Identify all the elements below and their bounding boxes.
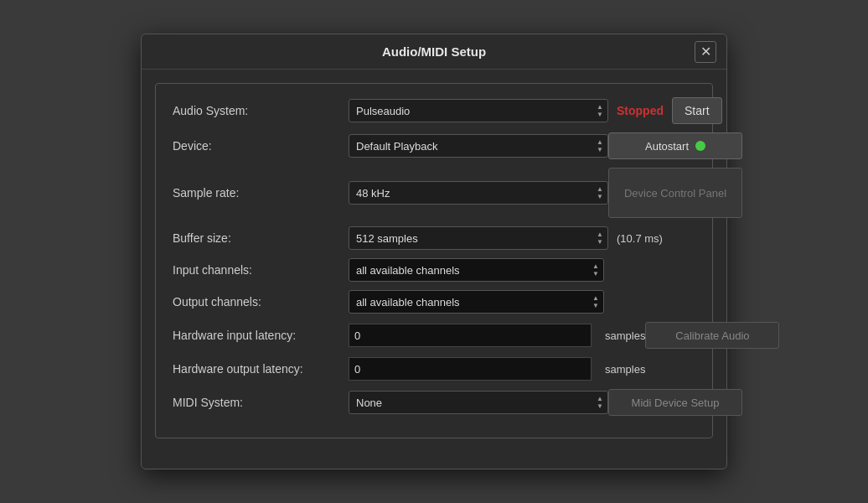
input-channels-select-wrapper: all available channels ▲▼	[349, 258, 604, 282]
device-label: Device:	[173, 139, 349, 153]
sample-rate-select[interactable]: 44.1 kHz 48 kHz 88.2 kHz 96 kHz	[349, 181, 608, 205]
hw-output-latency-field[interactable]	[349, 357, 592, 381]
input-channels-select[interactable]: all available channels	[349, 258, 604, 282]
sample-rate-label: Sample rate:	[173, 186, 349, 200]
hw-output-latency-row: Hardware output latency: samples	[173, 357, 695, 381]
audio-system-label: Audio System:	[173, 104, 349, 117]
device-select[interactable]: Default Playback Default Capture	[349, 134, 608, 158]
output-channels-select[interactable]: all available channels	[349, 290, 604, 314]
audio-system-row: Audio System: Pulseaudio ALSA JACK ▲▼ St…	[173, 97, 695, 124]
title-bar: Audio/MIDI Setup ✕	[142, 34, 726, 70]
start-button[interactable]: Start	[672, 97, 722, 124]
midi-system-select-wrapper: None ALSA JACK ▲▼	[349, 391, 608, 414]
buffer-size-row: Buffer size: 64 samples 128 samples 256 …	[173, 226, 695, 250]
buffer-size-select-wrapper: 64 samples 128 samples 256 samples 512 s…	[349, 226, 608, 250]
device-row: Device: Default Playback Default Capture…	[173, 132, 695, 159]
hw-input-latency-samples-label: samples	[605, 329, 645, 342]
sample-rate-select-wrapper: 44.1 kHz 48 kHz 88.2 kHz 96 kHz ▲▼	[349, 181, 608, 205]
sample-rate-row: Sample rate: 44.1 kHz 48 kHz 88.2 kHz 96…	[173, 168, 695, 218]
audio-system-select[interactable]: Pulseaudio ALSA JACK	[349, 99, 608, 122]
midi-system-row: MIDI System: None ALSA JACK ▲▼ Midi Devi…	[173, 389, 695, 416]
buffer-size-label: Buffer size:	[173, 231, 349, 245]
dialog-body: Audio System: Pulseaudio ALSA JACK ▲▼ St…	[142, 70, 726, 469]
device-select-wrapper: Default Playback Default Capture ▲▼	[349, 134, 608, 158]
midi-system-select[interactable]: None ALSA JACK	[349, 391, 608, 414]
input-channels-row: Input channels: all available channels ▲…	[173, 258, 695, 282]
audio-midi-setup-dialog: Audio/MIDI Setup ✕ Audio System: Pulseau…	[141, 34, 727, 469]
hw-output-latency-group: samples	[349, 357, 645, 381]
settings-box: Audio System: Pulseaudio ALSA JACK ▲▼ St…	[155, 83, 713, 438]
midi-system-label: MIDI System:	[173, 396, 349, 409]
autostart-indicator	[695, 141, 705, 151]
audio-system-select-wrapper: Pulseaudio ALSA JACK ▲▼	[349, 99, 608, 122]
close-button[interactable]: ✕	[695, 41, 716, 63]
hw-output-latency-label: Hardware output latency:	[173, 362, 349, 376]
autostart-button[interactable]: Autostart	[608, 132, 742, 159]
hw-output-latency-samples-label: samples	[605, 363, 645, 376]
dialog-title: Audio/MIDI Setup	[382, 44, 486, 59]
hw-input-latency-field[interactable]	[349, 324, 592, 347]
output-channels-label: Output channels:	[173, 295, 349, 309]
autostart-label: Autostart	[645, 140, 689, 153]
output-channels-select-wrapper: all available channels ▲▼	[349, 290, 604, 314]
hw-input-latency-group: samples	[349, 324, 645, 347]
midi-device-setup-button[interactable]: Midi Device Setup	[608, 389, 742, 416]
hw-input-latency-row: Hardware input latency: samples Calibrat…	[173, 322, 695, 349]
calibrate-audio-button[interactable]: Calibrate Audio	[645, 322, 779, 349]
device-control-panel-button[interactable]: Device Control Panel	[608, 168, 742, 218]
buffer-ms-label: (10.7 ms)	[617, 232, 663, 245]
input-channels-label: Input channels:	[173, 263, 349, 277]
hw-input-latency-label: Hardware input latency:	[173, 329, 349, 342]
status-badge: Stopped	[617, 104, 664, 117]
output-channels-row: Output channels: all available channels …	[173, 290, 695, 314]
buffer-size-select[interactable]: 64 samples 128 samples 256 samples 512 s…	[349, 226, 608, 250]
